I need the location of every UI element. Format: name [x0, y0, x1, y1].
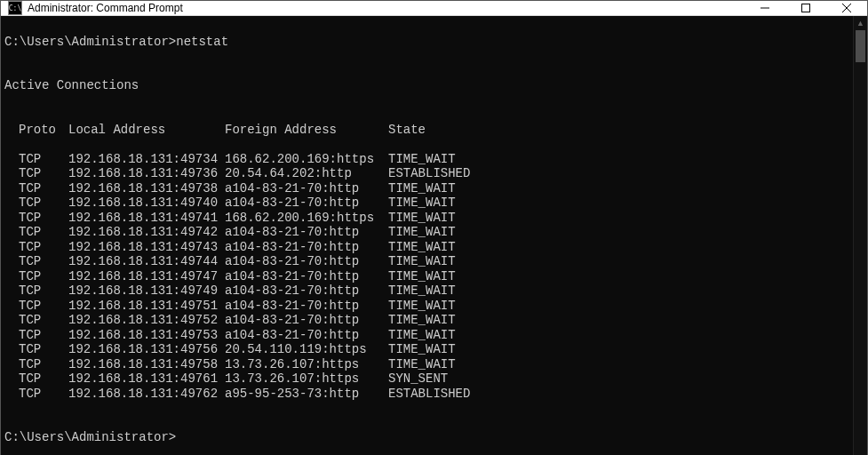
svg-rect-1 — [802, 4, 810, 12]
cell-foreign: a104-83-21-70:http — [225, 283, 388, 299]
cell-state: TIME_WAIT — [388, 240, 456, 255]
cell-proto: TCP — [19, 342, 68, 357]
cell-local: 192.168.18.131:49761 — [68, 371, 225, 387]
cell-proto: TCP — [19, 269, 68, 284]
cell-local: 192.168.18.131:49740 — [68, 196, 225, 211]
cell-state: TIME_WAIT — [388, 181, 456, 196]
cell-proto: TCP — [19, 152, 68, 167]
close-button[interactable] — [826, 1, 867, 15]
cell-foreign: a104-83-21-70:http — [225, 254, 388, 269]
table-row: TCP192.168.18.131:49749a104-83-21-70:htt… — [4, 283, 849, 299]
table-row: TCP192.168.18.131:49738a104-83-21-70:htt… — [4, 181, 849, 196]
cell-foreign: a104-83-21-70:http — [225, 313, 388, 328]
table-row: TCP192.168.18.131:49751a104-83-21-70:htt… — [4, 299, 849, 314]
cell-proto: TCP — [19, 371, 68, 387]
cell-local: 192.168.18.131:49747 — [68, 269, 225, 284]
cell-state: TIME_WAIT — [388, 328, 456, 343]
cell-local: 192.168.18.131:49741 — [68, 211, 225, 226]
minimize-button[interactable] — [745, 1, 785, 15]
cell-state: TIME_WAIT — [388, 357, 456, 372]
cell-foreign: a104-83-21-70:http — [225, 225, 388, 240]
cell-state: TIME_WAIT — [388, 196, 456, 211]
table-row: TCP192.168.18.131:4975813.73.26.107:http… — [4, 357, 849, 372]
table-header: ProtoLocal AddressForeign AddressState — [4, 123, 849, 138]
cell-foreign: 13.73.26.107:https — [225, 357, 388, 372]
cell-state: TIME_WAIT — [388, 283, 456, 299]
cell-proto: TCP — [19, 181, 68, 196]
scroll-up-arrow-icon[interactable]: ▲ — [854, 16, 867, 30]
cell-state: TIME_WAIT — [388, 211, 456, 226]
cell-proto: TCP — [19, 387, 68, 402]
table-row: TCP192.168.18.131:49741168.62.200.169:ht… — [4, 211, 849, 226]
cell-proto: TCP — [19, 313, 68, 328]
table-row: TCP192.168.18.131:49744a104-83-21-70:htt… — [4, 254, 849, 269]
scrollbar-track[interactable] — [854, 30, 867, 455]
cmd-icon: C:\ — [8, 1, 22, 15]
cell-foreign: a104-83-21-70:http — [225, 328, 388, 343]
header-proto: Proto — [19, 123, 68, 138]
cell-proto: TCP — [19, 357, 68, 372]
cell-local: 192.168.18.131:49749 — [68, 283, 225, 299]
cell-proto: TCP — [19, 166, 68, 181]
titlebar[interactable]: C:\ Administrator: Command Prompt — [1, 1, 867, 16]
header-foreign: Foreign Address — [225, 123, 388, 138]
window-controls — [745, 1, 867, 15]
table-row: TCP192.168.18.131:4975620.54.110.119:htt… — [4, 342, 849, 357]
scrollbar-thumb[interactable] — [856, 30, 865, 62]
cell-foreign: a104-83-21-70:http — [225, 240, 388, 255]
cell-state: ESTABLISHED — [388, 387, 470, 402]
cell-state: TIME_WAIT — [388, 225, 456, 240]
cell-local: 192.168.18.131:49744 — [68, 254, 225, 269]
cell-foreign: a95-95-253-73:http — [225, 387, 388, 402]
window-title: Administrator: Command Prompt — [28, 2, 745, 14]
cell-local: 192.168.18.131:49756 — [68, 342, 225, 357]
cell-local: 192.168.18.131:49753 — [68, 328, 225, 343]
cell-local: 192.168.18.131:49752 — [68, 313, 225, 328]
cell-state: TIME_WAIT — [388, 269, 456, 284]
table-row: TCP192.168.18.131:49743a104-83-21-70:htt… — [4, 240, 849, 255]
cell-proto: TCP — [19, 225, 68, 240]
table-row: TCP192.168.18.131:4973620.54.64.202:http… — [4, 166, 849, 181]
cell-proto: TCP — [19, 196, 68, 211]
cell-foreign: 20.54.110.119:https — [225, 342, 388, 357]
table-row: TCP192.168.18.131:49753a104-83-21-70:htt… — [4, 328, 849, 343]
cell-foreign: 13.73.26.107:https — [225, 371, 388, 387]
cell-foreign: a104-83-21-70:http — [225, 269, 388, 284]
table-row: TCP192.168.18.131:49762a95-95-253-73:htt… — [4, 387, 849, 402]
table-row: TCP192.168.18.131:49740a104-83-21-70:htt… — [4, 196, 849, 211]
cell-local: 192.168.18.131:49736 — [68, 166, 225, 181]
table-row: TCP192.168.18.131:49734168.62.200.169:ht… — [4, 152, 849, 167]
cell-state: TIME_WAIT — [388, 342, 456, 357]
cell-local: 192.168.18.131:49758 — [68, 357, 225, 372]
cell-state: TIME_WAIT — [388, 313, 456, 328]
cell-proto: TCP — [19, 328, 68, 343]
maximize-button[interactable] — [785, 1, 826, 15]
table-row: TCP192.168.18.131:49747a104-83-21-70:htt… — [4, 269, 849, 284]
header-local: Local Address — [68, 123, 225, 138]
cell-proto: TCP — [19, 240, 68, 255]
table-row: TCP192.168.18.131:49742a104-83-21-70:htt… — [4, 225, 849, 240]
terminal-area: C:\Users\Administrator>netstat Active Co… — [1, 16, 867, 455]
prompt-line: C:\Users\Administrator>netstat — [4, 35, 849, 50]
cell-local: 192.168.18.131:49734 — [68, 152, 225, 167]
cell-foreign: 168.62.200.169:https — [225, 152, 388, 167]
cell-state: TIME_WAIT — [388, 254, 456, 269]
cell-proto: TCP — [19, 283, 68, 299]
terminal-output[interactable]: C:\Users\Administrator>netstat Active Co… — [1, 16, 853, 455]
cell-local: 192.168.18.131:49762 — [68, 387, 225, 402]
cell-local: 192.168.18.131:49742 — [68, 225, 225, 240]
cell-state: TIME_WAIT — [388, 152, 456, 167]
cell-local: 192.168.18.131:49738 — [68, 181, 225, 196]
cell-state: SYN_SENT — [388, 371, 448, 387]
section-heading: Active Connections — [4, 78, 849, 93]
vertical-scrollbar[interactable]: ▲ ▼ — [853, 16, 867, 455]
cell-foreign: a104-83-21-70:http — [225, 181, 388, 196]
cell-local: 192.168.18.131:49751 — [68, 299, 225, 314]
cell-foreign: a104-83-21-70:http — [225, 196, 388, 211]
prompt-path: C:\Users\Administrator> — [4, 430, 176, 444]
cell-foreign: 20.54.64.202:http — [225, 166, 388, 181]
cell-state: ESTABLISHED — [388, 166, 470, 181]
table-row: TCP192.168.18.131:4976113.73.26.107:http… — [4, 371, 849, 387]
cmd-window: C:\ Administrator: Command Prompt C:\Use… — [0, 0, 868, 455]
header-state: State — [388, 123, 426, 138]
